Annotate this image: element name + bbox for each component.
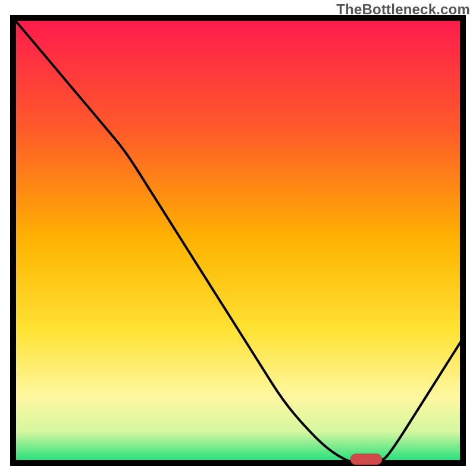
gradient-background	[13, 18, 463, 463]
optimal-range-marker	[350, 454, 382, 465]
chart-container: { "watermark": "TheBottleneck.com", "cha…	[0, 0, 476, 476]
bottleneck-chart	[0, 0, 476, 476]
watermark-text: TheBottleneck.com	[336, 1, 470, 18]
